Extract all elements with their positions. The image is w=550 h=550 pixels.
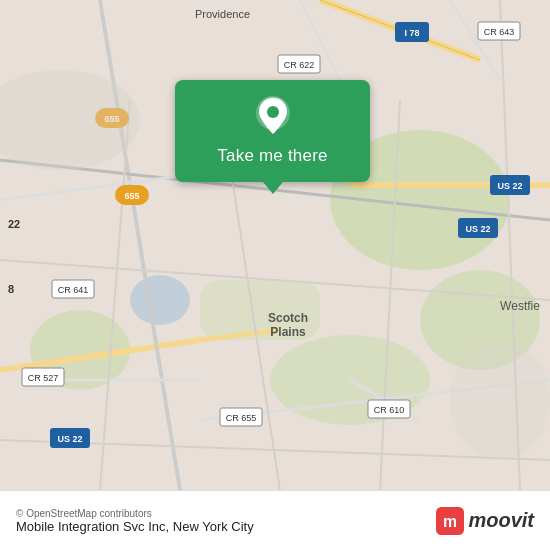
moovit-brand-text: moovit <box>468 509 534 532</box>
svg-text:CR 527: CR 527 <box>28 373 59 383</box>
svg-text:CR 610: CR 610 <box>374 405 405 415</box>
svg-text:Westfie: Westfie <box>500 299 540 313</box>
svg-text:Scotch: Scotch <box>268 311 308 325</box>
svg-text:22: 22 <box>8 218 20 230</box>
svg-text:US 22: US 22 <box>497 181 522 191</box>
svg-text:CR 622: CR 622 <box>284 60 315 70</box>
svg-point-60 <box>267 106 279 118</box>
svg-text:CR 655: CR 655 <box>226 413 257 423</box>
svg-text:8: 8 <box>8 283 14 295</box>
svg-text:Providence: Providence <box>195 8 250 20</box>
svg-text:Plains: Plains <box>270 325 306 339</box>
map-background: Providence I 78 CR 622 CR 643 655 655 US… <box>0 0 550 490</box>
svg-point-57 <box>450 340 550 460</box>
location-title: Mobile Integration Svc Inc, New York Cit… <box>16 519 254 534</box>
svg-text:CR 641: CR 641 <box>58 285 89 295</box>
svg-text:US 22: US 22 <box>57 434 82 444</box>
svg-text:I 78: I 78 <box>404 28 419 38</box>
popup-button-label: Take me there <box>217 146 327 166</box>
moovit-icon: m <box>436 507 464 535</box>
map-attribution: © OpenStreetMap contributors <box>16 508 254 519</box>
svg-point-6 <box>130 275 190 325</box>
location-pin-icon <box>251 94 295 138</box>
moovit-logo: m moovit <box>436 507 534 535</box>
svg-text:US 22: US 22 <box>465 224 490 234</box>
bottom-info: © OpenStreetMap contributors Mobile Inte… <box>16 508 254 534</box>
bottom-bar: © OpenStreetMap contributors Mobile Inte… <box>0 490 550 550</box>
svg-text:CR 643: CR 643 <box>484 27 515 37</box>
map-container: Providence I 78 CR 622 CR 643 655 655 US… <box>0 0 550 490</box>
svg-text:m: m <box>443 513 457 530</box>
take-me-there-button[interactable]: Take me there <box>175 80 370 182</box>
svg-text:655: 655 <box>124 191 139 201</box>
